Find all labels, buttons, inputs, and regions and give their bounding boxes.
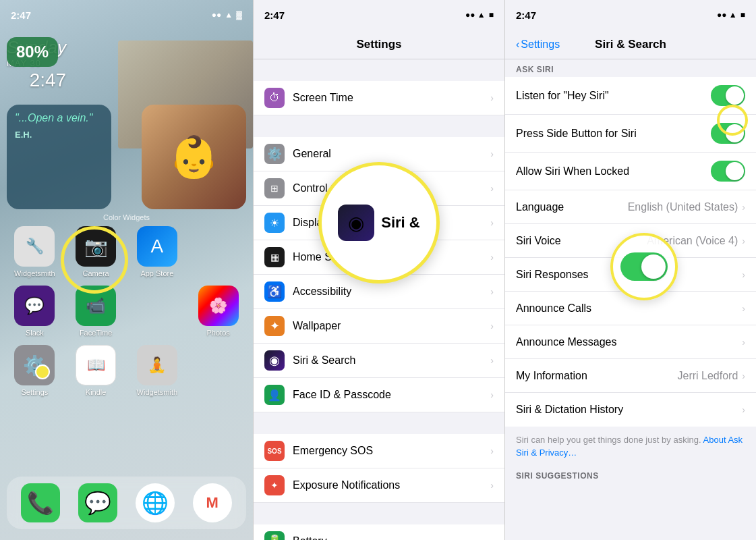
app-icon-widgetsmith[interactable]: 🔧 Widgetsmith	[7, 226, 63, 277]
battery-label: Battery	[293, 535, 482, 540]
siri-item-dictation-history[interactable]: Siri & Dictation History ›	[505, 393, 756, 427]
siri-search-panel: 2:47 ●● ▲ ■ ‹ Settings Siri & Search ASK…	[504, 0, 756, 540]
signal-icon: ●●	[212, 10, 222, 20]
siri-overlay-text: Siri &	[381, 214, 419, 232]
siri-content: ASK SIRI Listen for "Hey Siri" Press Sid…	[505, 59, 756, 540]
app-icon-slack[interactable]: 💬 Slack	[7, 286, 63, 337]
hey-siri-toggle-knob	[726, 86, 744, 105]
hey-siri-label: Listen for "Hey Siri"	[516, 90, 711, 102]
baby-photo-widget: 👶	[142, 105, 246, 209]
settings-status-bar: 2:47 ●● ▲ ■	[254, 0, 504, 30]
announce-messages-chevron: ›	[742, 337, 745, 348]
app-icon-facetime[interactable]: 📹 FaceTime	[68, 286, 124, 337]
settings-title: Settings	[356, 38, 401, 51]
siri-back-button[interactable]: ‹ Settings	[516, 38, 560, 51]
siri-item-hey-siri[interactable]: Listen for "Hey Siri"	[505, 77, 756, 115]
wifi-icon: ▲	[225, 10, 233, 20]
toggle-large-knob	[641, 254, 666, 279]
siri-overlay-icon: ◉	[338, 205, 374, 241]
dock-phone[interactable]: 📞	[21, 483, 60, 522]
settings-item-siri[interactable]: ◉ Siri & Search ›	[254, 344, 504, 378]
my-info-label: My Information	[516, 370, 678, 382]
toggle-large	[620, 252, 668, 281]
siri-item-side-button[interactable]: Press Side Button for Siri	[505, 115, 756, 153]
accessibility-chevron: ›	[490, 286, 494, 297]
settings-item-screentime[interactable]: ⏱ Screen Time ›	[254, 81, 504, 115]
side-button-label: Press Side Button for Siri	[516, 128, 711, 140]
locked-toggle[interactable]	[711, 161, 745, 182]
home-time: 2:47	[11, 9, 31, 21]
settings-signal: ●● ▲	[465, 10, 486, 20]
battery-icon: 🔋	[264, 531, 285, 540]
sos-icon: SOS	[264, 441, 285, 461]
toggle-circle-overlay	[610, 233, 678, 300]
homescreen-chevron: ›	[490, 252, 494, 263]
siri-icon: ◉	[264, 350, 285, 371]
announce-messages-label: Announce Messages	[516, 336, 742, 348]
home-status-bar: 2:47 ●● ▲ ▓	[0, 0, 253, 30]
app-icon-kindle[interactable]: 📖 Kindle	[68, 345, 124, 396]
siri-item-locked[interactable]: Allow Siri When Locked	[505, 153, 756, 190]
dock-gmail[interactable]: M	[193, 483, 232, 522]
settings-divider-top	[254, 59, 504, 81]
siri-footer: Siri can help you get things done just b…	[505, 427, 756, 466]
settings-divider-1	[254, 115, 504, 137]
dictation-label: Siri & Dictation History	[516, 404, 742, 416]
back-label: Settings	[521, 38, 560, 51]
settings-battery: ■	[489, 10, 494, 20]
siri-battery: ■	[740, 10, 745, 20]
app-icon-camera[interactable]: 📷 Camera	[68, 226, 124, 277]
siri-item-language[interactable]: Language English (United States) ›	[505, 190, 756, 224]
accessibility-icon: ♿	[264, 281, 285, 302]
siri-suggestions-header: SIRI SUGGESTIONS	[505, 466, 756, 483]
control-chevron: ›	[490, 183, 494, 194]
app-icon-appstore[interactable]: A App Store	[129, 226, 185, 277]
locked-label: Allow Siri When Locked	[516, 165, 711, 178]
side-button-toggle-knob	[726, 124, 744, 142]
siri-signal: ●● ▲	[717, 10, 737, 20]
my-info-value: Jerri Ledford	[678, 370, 738, 382]
responses-chevron: ›	[742, 269, 745, 280]
settings-time: 2:47	[264, 9, 285, 21]
yellow-dot-home	[35, 364, 50, 379]
battery-icon: ▓	[236, 10, 242, 20]
dictation-chevron: ›	[742, 404, 745, 415]
wallpaper-chevron: ›	[490, 321, 494, 331]
siri-status-bar: 2:47 ●● ▲ ■	[505, 0, 756, 30]
app-icon-widgetsmith2[interactable]: 🧘 Widgetsmith	[129, 345, 185, 396]
exposure-label: Exposure Notifications	[293, 479, 482, 491]
app-icon-photos[interactable]: 🌸 Photos	[190, 286, 246, 337]
settings-item-wallpaper[interactable]: ✦ Wallpaper ›	[254, 309, 504, 344]
settings-nav-bar: Settings	[254, 30, 504, 59]
settings-item-exposure[interactable]: ✦ Exposure Notifications ›	[254, 468, 504, 503]
exposure-icon: ✦	[264, 475, 285, 495]
dock-chrome[interactable]: 🌐	[136, 483, 175, 522]
battery-chevron: ›	[490, 536, 494, 540]
screentime-icon: ⏱	[264, 88, 285, 108]
hey-siri-toggle[interactable]	[711, 85, 745, 106]
baby-photo: 👶	[142, 105, 246, 209]
quote-widget: "...Open a vein." E.H.	[7, 105, 111, 209]
dock-messages[interactable]: 💬	[78, 483, 117, 522]
siri-item-my-info[interactable]: My Information Jerri Ledford ›	[505, 359, 756, 393]
settings-list[interactable]: ⏱ Screen Time › ⚙️ General › ⊞ Control C…	[254, 59, 504, 540]
siri-nav-bar: ‹ Settings Siri & Search	[505, 30, 756, 59]
settings-item-faceid[interactable]: 👤 Face ID & Passcode ›	[254, 378, 504, 412]
faceid-chevron: ›	[490, 389, 494, 400]
home-screen: 2:47 ●● ▲ ▓ Sunday MAY 30 2:47 80% 👶 "..…	[0, 0, 253, 540]
ask-siri-header: ASK SIRI	[505, 59, 756, 77]
sos-label: Emergency SOS	[293, 445, 482, 457]
wallpaper-icon: ✦	[264, 316, 285, 336]
siri-time: 2:47	[516, 9, 536, 21]
language-value: English (United States)	[628, 201, 738, 213]
settings-item-battery[interactable]: 🔋 Battery ›	[254, 524, 504, 540]
screentime-label: Screen Time	[293, 92, 482, 104]
siri-item-announce-messages[interactable]: Announce Messages ›	[505, 325, 756, 359]
settings-item-sos[interactable]: SOS Emergency SOS ›	[254, 434, 504, 468]
battery-widget: 80%	[7, 37, 58, 67]
home-status-icons: ●● ▲ ▓	[212, 10, 242, 20]
my-info-chevron: ›	[742, 371, 745, 381]
voice-chevron: ›	[742, 236, 745, 246]
side-button-toggle[interactable]	[711, 123, 745, 144]
siri-label: Siri & Search	[293, 354, 482, 367]
